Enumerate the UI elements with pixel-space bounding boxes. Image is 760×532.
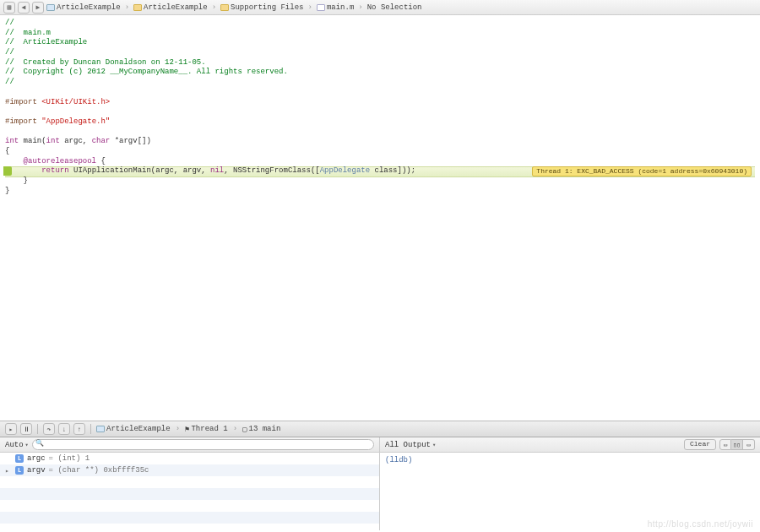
code-line: #import <UIKit/UIKit.h> [5, 98, 755, 108]
code-line: // Copyright (c) 2012 __MyCompanyName__.… [5, 68, 755, 78]
local-var-icon: L [15, 454, 24, 463]
console-header: All Output▾ Clear ▭ ▯▯ ▭ [380, 437, 760, 453]
step-into-button[interactable]: ↓ [58, 423, 70, 435]
debug-toolbar: ▸ ⏸ ↷ ↓ ↑ ArticleExample › ⚑ Thread 1 › … [0, 421, 760, 437]
code-line [5, 107, 755, 117]
breadcrumb-item[interactable]: ArticleExample [133, 3, 208, 12]
variable-row-empty [0, 488, 379, 500]
error-badge[interactable]: Thread 1: EXC_BAD_ACCESS (code=1 address… [532, 166, 752, 176]
breadcrumb-bar: ▦ ◀ ▶ ArticleExample › ArticleExample › … [0, 0, 760, 15]
folder-icon [220, 4, 229, 11]
code-line: // ArticleExample [5, 38, 755, 48]
breadcrumb-item[interactable]: Supporting Files [220, 3, 303, 12]
breadcrumb-separator: › [212, 3, 216, 12]
variables-header: Auto▾ [0, 437, 379, 453]
nav-back-button[interactable]: ◀ [18, 2, 30, 14]
code-line: } [5, 176, 755, 187]
nav-forward-button[interactable]: ▶ [32, 2, 44, 14]
file-icon [317, 4, 325, 11]
related-items-button[interactable]: ▦ [3, 2, 15, 14]
variable-row-empty [0, 476, 379, 488]
breadcrumb-separator: › [125, 3, 129, 12]
code-line [5, 88, 755, 98]
show-both-button[interactable]: ▯▯ [731, 439, 743, 450]
breadcrumb-separator: › [233, 425, 237, 433]
variables-list[interactable]: L argc = (int) 1 ▸ L argv = (char **) 0x… [0, 453, 379, 530]
local-var-icon: L [15, 466, 24, 475]
folder-icon [133, 4, 142, 11]
debug-area: Auto▾ L argc = (int) 1 ▸ L argv = (char … [0, 437, 760, 530]
step-over-button[interactable]: ↷ [43, 423, 55, 435]
code-line: // [5, 48, 755, 58]
breadcrumb-separator: › [307, 3, 312, 12]
continue-button[interactable]: ▸ [5, 423, 17, 435]
code-line: // [5, 78, 755, 88]
clear-console-button[interactable]: Clear [684, 439, 716, 450]
code-line: { [5, 147, 755, 157]
code-line [5, 128, 755, 138]
breadcrumb-item[interactable]: ArticleExample [46, 3, 121, 12]
project-icon [96, 426, 105, 432]
separator [90, 424, 91, 434]
console-filter-dropdown[interactable]: All Output▾ [385, 441, 436, 449]
variables-pane: Auto▾ L argc = (int) 1 ▸ L argv = (char … [0, 437, 380, 530]
breadcrumb-separator: › [358, 3, 362, 12]
variables-search-input[interactable] [32, 439, 374, 450]
step-out-button[interactable]: ↑ [73, 423, 85, 435]
pause-button[interactable]: ⏸ [20, 423, 32, 435]
show-console-only-button[interactable]: ▭ [743, 439, 755, 450]
debug-breadcrumb-item[interactable]: ⚑ Thread 1 [185, 425, 228, 434]
variable-row-empty [0, 512, 379, 524]
debug-breadcrumb-item[interactable]: ArticleExample [96, 425, 171, 433]
show-vars-only-button[interactable]: ▭ [719, 439, 731, 450]
variable-row[interactable]: ▸ L argv = (char **) 0xbffff35c [0, 464, 379, 476]
code-line: } [5, 187, 755, 197]
code-line: // Created by Duncan Donaldson on 12-11-… [5, 58, 755, 68]
code-line: int main(int argc, char *argv[]) [5, 137, 755, 147]
breadcrumb-item[interactable]: main.m [317, 3, 354, 12]
lldb-prompt: (lldb) [380, 453, 760, 468]
variable-row[interactable]: L argc = (int) 1 [0, 453, 379, 464]
code-line: #import "AppDelegate.h" [5, 117, 755, 128]
project-icon [46, 4, 55, 11]
code-line: // [5, 19, 755, 29]
code-line: // main.m [5, 29, 755, 39]
view-toggle-segmented[interactable]: ▭ ▯▯ ▭ [719, 439, 755, 450]
console-pane: All Output▾ Clear ▭ ▯▯ ▭ (lldb) [380, 437, 760, 530]
watermark-text: http://blog.csdn.net/joywii [648, 519, 753, 529]
breadcrumb-item[interactable]: No Selection [367, 3, 422, 12]
separator [37, 424, 38, 434]
variable-row-empty [0, 500, 379, 512]
code-line: @autoreleasepool { [5, 157, 755, 167]
disclosure-icon[interactable]: ▸ [5, 467, 12, 475]
variable-row-empty [0, 524, 379, 530]
code-editor[interactable]: // // main.m // ArticleExample // // Cre… [0, 15, 760, 421]
breadcrumb-separator: › [176, 425, 180, 433]
variables-scope-dropdown[interactable]: Auto▾ [5, 441, 29, 449]
debug-breadcrumb-item[interactable]: ▢ 13 main [242, 425, 280, 434]
